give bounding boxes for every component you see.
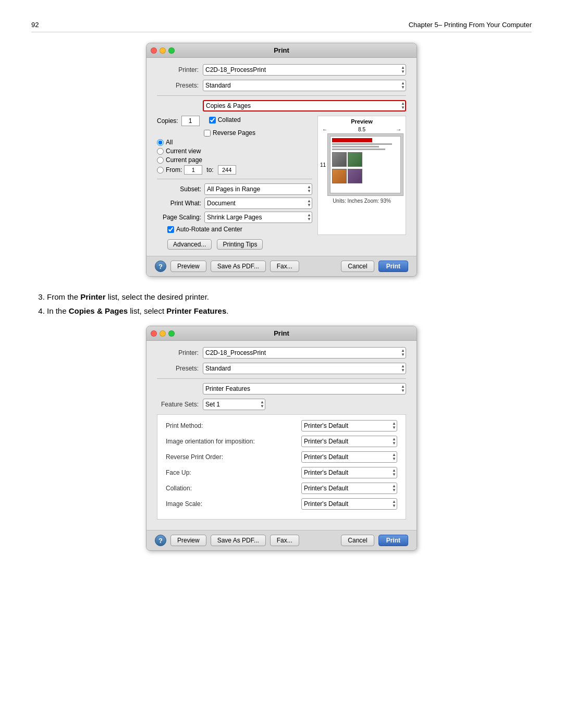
dialog1-title: Print [274,46,289,54]
advanced-button[interactable]: Advanced... [167,239,212,250]
face-up-select[interactable]: Printer's Default [301,467,397,478]
presets-select[interactable]: Standard [203,80,406,91]
print-what-select[interactable]: Document [204,198,312,209]
traffic-lights [151,47,175,54]
from-label: From: [166,166,182,174]
printer-row: Printer: C2D-18_ProcessPrint ▲▼ [157,64,406,76]
fax-button-2[interactable]: Fax... [270,535,299,546]
printer-label-2: Printer: [157,349,199,356]
traffic-lights-2 [151,330,175,337]
dialog1-body: Printer: C2D-18_ProcessPrint ▲▼ Presets:… [146,58,417,256]
cancel-button-2[interactable]: Cancel [341,535,374,546]
face-up-row: Face Up: Printer's Default ▲▼ [166,467,397,478]
help-button-1[interactable]: ? [155,261,166,272]
image-orientation-label: Image orientation for imposition: [166,438,301,445]
printer-select-2[interactable]: C2D-18_ProcessPrint [203,347,406,359]
help-button-2[interactable]: ? [155,535,166,546]
step4-bold1: Copies & Pages [69,306,128,315]
printer-row-2: Printer: C2D-18_ProcessPrint ▲▼ [157,347,406,359]
subset-select[interactable]: All Pages in Range [204,183,312,195]
preview-content [327,133,403,196]
to-input[interactable] [218,165,236,175]
cancel-button-1[interactable]: Cancel [341,261,374,272]
preview-footer: Units: Inches Zoom: 93% [320,198,403,204]
feature-sets-select[interactable]: Set 1 [203,399,265,410]
maximize-button[interactable] [168,47,175,54]
print-dialog-2: Print Printer: C2D-18_ProcessPrint ▲▼ Pr… [146,326,417,551]
all-radio[interactable] [157,139,164,146]
preview-area: 11 [320,133,403,196]
collation-label: Collation: [166,485,301,492]
page-scaling-select[interactable]: Shrink Large Pages [204,212,312,223]
close-button[interactable] [151,47,157,54]
all-radio-row: All [157,139,312,146]
print-method-select[interactable]: Printer's Default [301,420,397,431]
current-view-radio[interactable] [157,148,164,155]
preview-button-2[interactable]: Preview [170,535,206,546]
auto-rotate-row: Auto-Rotate and Center [167,226,312,233]
presets-label-2: Presets: [157,365,199,372]
minimize-button-2[interactable] [160,330,166,337]
from-radio[interactable] [157,167,164,174]
divider2 [157,179,312,179]
auto-rotate-checkbox[interactable] [167,226,174,233]
dialog2-body: Printer: C2D-18_ProcessPrint ▲▼ Presets:… [146,341,417,530]
print-method-row: Print Method: Printer's Default ▲▼ [166,420,397,431]
divider3 [157,378,406,379]
reverse-print-row: Reverse Print Order: Printer's Default ▲… [166,451,397,463]
thumb-img-2 [348,152,362,167]
print-dialog-1: Print Printer: C2D-18_ProcessPrint ▲▼ Pr… [146,43,417,277]
presets-row-2: Presets: Standard ▲▼ [157,363,406,374]
current-page-row: Current page [157,156,312,164]
preview-page-num: 11 [320,162,326,168]
reverse-pages-checkbox[interactable] [204,130,211,137]
collation-select-wrapper: Printer's Default ▲▼ [301,483,397,494]
fax-button-1[interactable]: Fax... [270,261,299,272]
print-button-1[interactable]: Print [378,261,408,272]
current-view-row: Current view [157,147,312,155]
from-row: From: to: [157,165,312,175]
minimize-button[interactable] [160,47,166,54]
feature-sets-row: Feature Sets: Set 1 ▲▼ [157,399,406,410]
save-pdf-button-1[interactable]: Save As PDF... [211,261,266,272]
all-label: All [166,139,173,146]
presets-select-wrapper: Standard ▲▼ [203,80,406,91]
step3-bold1: Printer [80,292,105,301]
reverse-print-select[interactable]: Printer's Default [301,451,397,463]
current-page-radio[interactable] [157,157,164,164]
print-button-2[interactable]: Print [378,535,408,546]
thumb-img-3 [332,169,347,183]
image-orientation-select[interactable]: Printer's Default [301,436,397,447]
reverse-pages-row: Reverse Pages [204,129,312,137]
adv-row: Advanced... Printing Tips [167,239,406,250]
collated-checkbox[interactable] [209,117,216,124]
print-what-select-wrapper: Document ▲▼ [204,198,312,209]
collation-select[interactable]: Printer's Default [301,483,397,494]
save-pdf-button-2[interactable]: Save As PDF... [211,535,266,546]
thumb-img-1 [332,152,347,167]
collated-row: Collated [209,116,241,124]
printer-select-wrapper-2: C2D-18_ProcessPrint ▲▼ [203,347,406,359]
copies-input[interactable] [181,116,200,126]
copies-pages-section: Copies: Collated Reverse Pages All [157,116,406,235]
copies-pages-select[interactable]: Copies & Pages [203,100,406,112]
preview-button-1[interactable]: Preview [170,261,206,272]
image-scale-select-wrapper: Printer's Default ▲▼ [301,498,397,510]
steps-list: From the Printer list, select the desire… [31,292,532,315]
page-number: 92 [31,21,39,29]
printer-select[interactable]: C2D-18_ProcessPrint [203,64,406,76]
dialog2-titlebar: Print [146,326,417,341]
close-button-2[interactable] [151,330,157,337]
printer-label: Printer: [157,66,199,73]
maximize-button-2[interactable] [168,330,175,337]
image-orientation-row: Image orientation for imposition: Printe… [166,436,397,447]
printer-select-wrapper: C2D-18_ProcessPrint ▲▼ [203,64,406,76]
from-input[interactable] [184,165,202,175]
image-scale-row: Image Scale: Printer's Default ▲▼ [166,498,397,510]
printer-features-select[interactable]: Printer Features [203,383,406,394]
thumb-img-row [332,152,399,167]
subset-row: Subset: All Pages in Range ▲▼ [157,183,312,195]
image-scale-select[interactable]: Printer's Default [301,498,397,510]
printing-tips-button[interactable]: Printing Tips [217,239,263,250]
presets-select-2[interactable]: Standard [203,363,406,374]
